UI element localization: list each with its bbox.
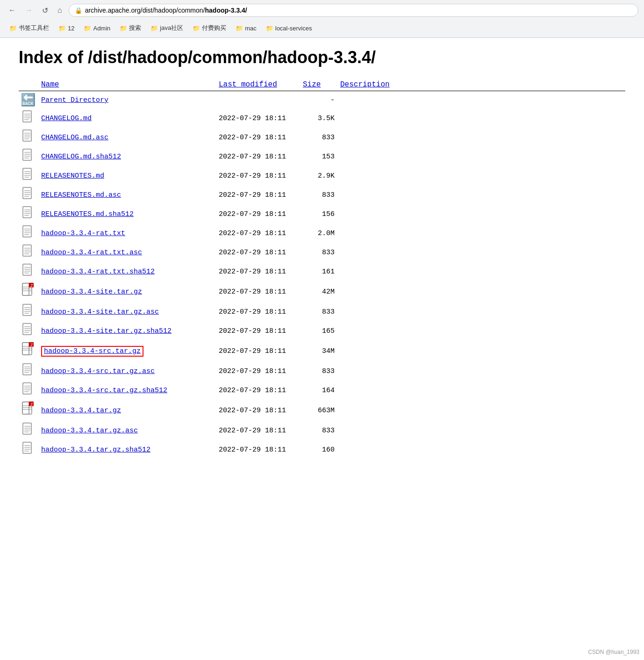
file-size-cell: 833 <box>301 243 338 262</box>
file-table: Name Last modified Size Description 🔙Par… <box>19 79 625 459</box>
file-link[interactable]: hadoop-3.3.4-src.tar.gz <box>41 346 143 357</box>
file-link[interactable]: hadoop-3.3.4-src.tar.gz.sha512 <box>41 387 167 395</box>
page-content: Index of /dist/hadoop/common/hadoop-3.3.… <box>0 38 644 469</box>
svg-rect-74 <box>23 383 31 394</box>
bookmark-item-1[interactable]: 📁 12 <box>55 23 78 33</box>
file-link[interactable]: hadoop-3.3.4-src.tar.gz.asc <box>41 367 155 375</box>
file-link[interactable]: hadoop-3.3.4-site.tar.gz <box>41 288 142 296</box>
table-row: CHANGELOG.md2022-07-29 18:113.5K <box>19 109 625 128</box>
file-desc-cell <box>338 224 625 243</box>
file-link[interactable]: RELEASENOTES.md.sha512 <box>41 210 134 218</box>
file-size-cell: 2.9K <box>301 166 338 186</box>
file-icon <box>22 215 34 222</box>
file-desc-cell <box>338 186 625 205</box>
file-icon <box>22 195 34 203</box>
browser-chrome: ← → ↺ ⌂ 🔒 archive.apache.org/dist/hadoop… <box>0 0 644 38</box>
file-link[interactable]: hadoop-3.3.4-site.tar.gz.asc <box>41 308 159 316</box>
back-button[interactable]: ← <box>6 4 19 16</box>
file-modified-cell: 2022-07-29 18:11 <box>217 322 301 341</box>
file-name-cell: CHANGELOG.md.sha512 <box>39 147 217 166</box>
file-icon-cell <box>19 243 39 262</box>
svg-rect-63 <box>22 343 29 355</box>
file-name-cell: RELEASENOTES.md.sha512 <box>39 205 217 224</box>
svg-rect-57 <box>23 323 31 335</box>
file-link[interactable]: Parent Directory <box>41 96 108 104</box>
size-sort-link[interactable]: Size <box>303 80 321 89</box>
file-modified-cell: 2022-07-29 18:11 <box>217 381 301 400</box>
file-link[interactable]: hadoop-3.3.4.tar.gz.asc <box>41 427 138 435</box>
file-icon-cell: Z <box>19 281 39 302</box>
file-modified-cell: 2022-07-29 18:11 <box>217 400 301 421</box>
file-modified-cell: 2022-07-29 18:11 <box>217 421 301 440</box>
url-bold: hadoop-3.3.4/ <box>205 7 247 14</box>
svg-rect-69 <box>23 364 31 375</box>
file-link[interactable]: hadoop-3.3.4-rat.txt.asc <box>41 249 142 257</box>
file-link[interactable]: CHANGELOG.md.asc <box>41 134 108 142</box>
file-desc-cell <box>338 243 625 262</box>
file-icon-cell <box>19 381 39 400</box>
bookmark-label-5: 付费购买 <box>202 24 226 32</box>
bookmark-item-6[interactable]: 📁 mac <box>232 23 260 33</box>
file-icon-cell <box>19 322 39 341</box>
file-name-cell: hadoop-3.3.4.tar.gz.asc <box>39 421 217 440</box>
file-name-cell: Parent Directory <box>39 91 217 109</box>
file-icon <box>22 176 34 184</box>
file-link[interactable]: hadoop-3.3.4.tar.gz.sha512 <box>41 446 150 454</box>
archive-icon: Z <box>21 408 35 420</box>
file-desc-cell <box>338 362 625 381</box>
file-link[interactable]: CHANGELOG.md.sha512 <box>41 153 121 161</box>
url-text: archive.apache.org/dist/hadoop/common/ha… <box>85 7 632 14</box>
address-bar[interactable]: 🔒 archive.apache.org/dist/hadoop/common/… <box>69 4 638 17</box>
table-row: hadoop-3.3.4-site.tar.gz.sha5122022-07-2… <box>19 322 625 341</box>
svg-text:Z: Z <box>30 343 33 347</box>
svg-rect-52 <box>23 304 31 316</box>
file-link[interactable]: hadoop-3.3.4.tar.gz <box>41 407 121 415</box>
file-icon-cell <box>19 186 39 205</box>
file-icon-cell: Z <box>19 400 39 421</box>
table-row: CHANGELOG.md.asc2022-07-29 18:11833 <box>19 128 625 147</box>
file-name-cell: hadoop-3.3.4-src.tar.gz.asc <box>39 362 217 381</box>
lock-icon: 🔒 <box>75 7 82 14</box>
bookmark-item-2[interactable]: 📁 Admin <box>80 23 114 33</box>
file-size-cell: 165 <box>301 322 338 341</box>
file-size-cell: 156 <box>301 205 338 224</box>
desc-sort-link[interactable]: Description <box>340 80 390 89</box>
file-link[interactable]: hadoop-3.3.4-site.tar.gz.sha512 <box>41 327 172 335</box>
file-link[interactable]: RELEASENOTES.md <box>41 172 104 180</box>
file-size-cell: 833 <box>301 362 338 381</box>
name-sort-link[interactable]: Name <box>41 80 59 89</box>
file-link[interactable]: hadoop-3.3.4-rat.txt.sha512 <box>41 268 155 276</box>
file-icon <box>22 312 34 320</box>
file-list-body: 🔙Parent Directory- CHANGELOG.md2022-07-2… <box>19 91 625 460</box>
file-name-cell: hadoop-3.3.4-rat.txt <box>39 224 217 243</box>
file-desc-cell <box>338 262 625 281</box>
modified-sort-link[interactable]: Last modified <box>219 80 277 89</box>
size-col-header: Size <box>301 79 338 91</box>
table-row: 🔙Parent Directory- <box>19 91 625 109</box>
bookmark-item-5[interactable]: 📁 付费购买 <box>189 22 230 34</box>
bookmark-item-7[interactable]: 📁 local-services <box>262 23 316 33</box>
reload-button[interactable]: ↺ <box>39 4 51 17</box>
bookmark-item-0[interactable]: 📁 书签工具栏 <box>6 22 53 34</box>
home-button[interactable]: ⌂ <box>55 4 65 16</box>
file-link[interactable]: RELEASENOTES.md.asc <box>41 191 121 199</box>
file-name-cell: hadoop-3.3.4-site.tar.gz.asc <box>39 302 217 322</box>
file-size-cell: 833 <box>301 421 338 440</box>
file-name-cell: hadoop-3.3.4-rat.txt.sha512 <box>39 262 217 281</box>
svg-rect-10 <box>23 149 31 160</box>
file-icon-cell <box>19 109 39 128</box>
file-size-cell: 833 <box>301 128 338 147</box>
file-link[interactable]: CHANGELOG.md <box>41 115 92 122</box>
bookmark-item-4[interactable]: 📁 java社区 <box>147 22 187 34</box>
file-icon-cell: Z <box>19 341 39 362</box>
file-size-cell: 42M <box>301 281 338 302</box>
svg-rect-5 <box>23 130 31 141</box>
folder-icon-5: 📁 <box>193 25 200 32</box>
file-link[interactable]: hadoop-3.3.4-rat.txt <box>41 230 125 237</box>
forward-button[interactable]: → <box>22 4 36 16</box>
file-modified-cell: 2022-07-29 18:11 <box>217 109 301 128</box>
bookmark-item-3[interactable]: 📁 搜索 <box>116 22 145 34</box>
file-desc-cell <box>338 91 625 109</box>
file-icon <box>22 119 34 127</box>
folder-icon-3: 📁 <box>120 25 127 32</box>
